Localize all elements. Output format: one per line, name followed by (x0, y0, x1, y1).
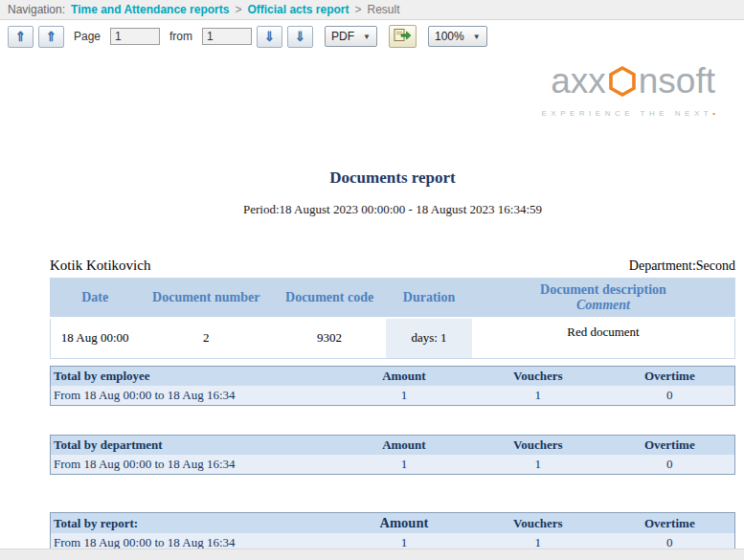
column-header-comment-line: Comment (474, 298, 733, 313)
page-label: Page (74, 30, 101, 43)
cell-duration: days: 1 (386, 318, 472, 359)
breadcrumb-current: Result (367, 3, 399, 16)
vouchers-value: 1 (471, 386, 605, 406)
column-header-document-description: Document description Comment (472, 279, 735, 318)
total-by-report-table: Total by report: Amount Vouchers Overtim… (50, 512, 735, 553)
total-header-row: Total by department Amount Vouchers Over… (51, 436, 735, 456)
overtime-value: 0 (605, 455, 735, 475)
logo-tagline: EXPERIENCE THE NEXT• (541, 109, 715, 118)
total-title: Total by employee (51, 367, 338, 387)
amount-header: Amount (337, 513, 471, 534)
breadcrumb: Navigation: Time and Attendance reports … (0, 0, 744, 20)
documents-table: Date Document number Document code Durat… (50, 278, 735, 359)
total-range: From 18 Aug 00:00 to 18 Aug 16:34 (51, 455, 338, 475)
zoom-select[interactable]: 100% ▼ (428, 26, 487, 47)
total-header-row: Total by employee Amount Vouchers Overti… (51, 367, 735, 387)
bottom-scroll-area[interactable] (0, 549, 744, 560)
chevron-down-icon: ▼ (473, 33, 481, 41)
total-by-department-table: Total by department Amount Vouchers Over… (50, 435, 735, 475)
vouchers-header: Vouchers (471, 367, 605, 387)
logo-tagline-text: EXPERIENCE THE NEXT (541, 109, 712, 118)
amount-header: Amount (337, 436, 471, 456)
department-label: Department:Second (629, 258, 735, 274)
cell-date: 18 Aug 00:00 (51, 318, 140, 359)
breadcrumb-link-time-attendance[interactable]: Time and Attendance reports (71, 3, 229, 16)
breadcrumb-label: Navigation: (8, 3, 65, 16)
overtime-header: Overtime (605, 513, 735, 534)
next-page-button[interactable]: ⇓ (257, 26, 282, 48)
hexagon-icon (607, 65, 638, 98)
chevron-down-icon: ▼ (363, 33, 371, 41)
amount-value: 1 (337, 455, 471, 475)
cell-document-code: 9302 (273, 318, 386, 359)
export-format-value: PDF (331, 30, 354, 43)
current-page-input[interactable] (110, 28, 160, 45)
report-toolbar: ⇑ ⇑ Page from ⇓ ⇓ PDF ▼ 100% ▼ (0, 20, 744, 55)
column-header-description-line: Document description (474, 282, 733, 298)
cell-document-number: 2 (139, 318, 273, 359)
documents-table-header-row: Date Document number Document code Durat… (51, 279, 735, 318)
zoom-value: 100% (435, 30, 464, 43)
tagline-accent-dot: • (712, 109, 715, 118)
logo-text-prefix: axx (551, 63, 606, 99)
previous-page-button[interactable]: ⇑ (38, 26, 64, 48)
export-format-select[interactable]: PDF ▼ (325, 26, 377, 47)
amount-header: Amount (337, 367, 471, 387)
column-header-document-number: Document number (139, 279, 273, 318)
total-title: Total by department (51, 436, 338, 456)
logo-wordmark: axx nsoft (541, 63, 715, 99)
overtime-value: 0 (605, 386, 735, 406)
report-period: Period:18 August 2023 00:00:00 - 18 Augu… (50, 202, 735, 217)
table-row: 18 Aug 00:00 2 9302 days: 1 Red document (51, 318, 735, 359)
total-values-row: From 18 Aug 00:00 to 18 Aug 16:34 1 1 0 (51, 386, 735, 406)
total-pages-input[interactable] (202, 28, 252, 45)
total-header-row: Total by report: Amount Vouchers Overtim… (51, 513, 735, 534)
total-title: Total by report: (51, 513, 337, 534)
total-values-row: From 18 Aug 00:00 to 18 Aug 16:34 1 1 0 (51, 455, 735, 475)
axxonsoft-logo: axx nsoft EXPERIENCE THE NEXT• (541, 63, 715, 118)
overtime-header: Overtime (605, 436, 735, 456)
previous-page-arrow-icon: ⇑ (46, 29, 57, 44)
export-button[interactable] (389, 25, 417, 48)
cell-description: Red document (472, 318, 735, 359)
last-page-arrow-icon: ⇓ (295, 29, 306, 44)
column-header-duration: Duration (386, 279, 472, 318)
breadcrumb-separator: > (354, 3, 361, 16)
employee-name: Kotik Kotikovich (50, 258, 150, 274)
last-page-button[interactable]: ⇓ (287, 26, 313, 48)
total-range: From 18 Aug 00:00 to 18 Aug 16:34 (51, 386, 338, 406)
export-icon (394, 28, 412, 45)
total-by-employee-table: Total by employee Amount Vouchers Overti… (50, 366, 735, 406)
breadcrumb-separator: > (235, 3, 241, 16)
next-page-arrow-icon: ⇓ (264, 29, 276, 44)
logo-text-suffix: nsoft (639, 63, 715, 99)
first-page-arrow-icon: ⇑ (15, 29, 27, 44)
overtime-header: Overtime (605, 367, 735, 387)
column-header-document-code: Document code (273, 279, 386, 318)
vouchers-header: Vouchers (471, 513, 605, 534)
employee-row: Kotik Kotikovich Department:Second (50, 258, 735, 274)
first-page-button[interactable]: ⇑ (8, 26, 34, 48)
amount-value: 1 (337, 386, 471, 406)
column-header-date: Date (51, 279, 140, 318)
from-label: from (169, 30, 192, 43)
report-content: Documents report Period:18 August 2023 0… (50, 55, 735, 553)
vouchers-header: Vouchers (471, 436, 605, 456)
breadcrumb-link-official-acts[interactable]: Official acts report (247, 3, 349, 16)
vouchers-value: 1 (471, 455, 605, 475)
